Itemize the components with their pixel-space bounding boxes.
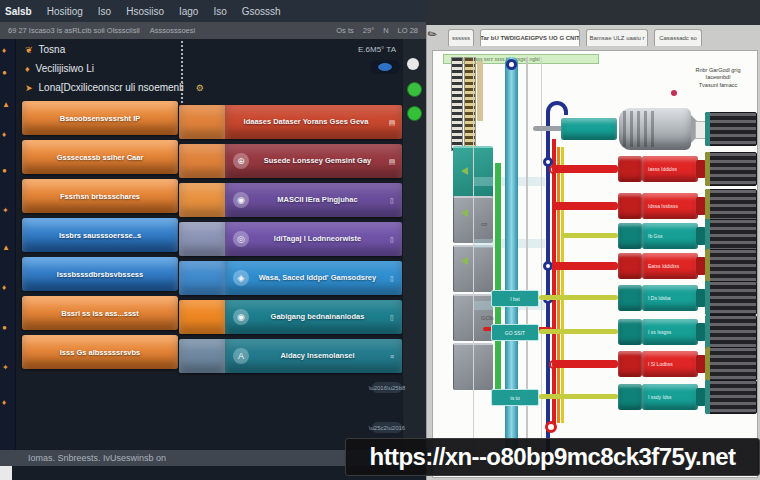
- connector-row-1-relay-block[interactable]: [705, 152, 757, 186]
- marker-arrow: [461, 257, 468, 265]
- connector-row-5-plug[interactable]: I Ds Idsba: [642, 285, 698, 311]
- connector-row-8-plug[interactable]: I ssdy Idss: [642, 384, 698, 410]
- connector-row-5-relay-block[interactable]: [705, 281, 757, 315]
- connector-row-3-wire: [561, 233, 618, 238]
- connector-row-5-tag: I bst: [491, 290, 539, 307]
- menu-item-3[interactable]: Iago: [179, 6, 198, 17]
- list-row-2[interactable]: ◉MASCII IEra Pingjuhac▯: [179, 183, 402, 217]
- menu-item-0[interactable]: Hositiog: [47, 6, 83, 17]
- list-row-6[interactable]: AAidacy Insemolansei≡: [179, 339, 402, 373]
- status-dot-green-1[interactable]: [407, 82, 422, 97]
- cylinder-ridges: [623, 111, 657, 147]
- connector-row-4-coupler[interactable]: [618, 253, 642, 279]
- row-doc-icon[interactable]: ▤: [386, 119, 398, 126]
- connector-row-2-relay-block[interactable]: [705, 189, 757, 223]
- list-row-3[interactable]: ◎IdiTagaj I Lodnneorwiste▯: [179, 222, 402, 256]
- connector-row-3-relay-block[interactable]: [705, 219, 757, 253]
- connector-row-0-relay-block[interactable]: [705, 112, 757, 146]
- row-doc-icon[interactable]: ▯: [386, 236, 398, 243]
- connector-row-3-plug[interactable]: Ib Gss: [642, 223, 698, 249]
- gear-icon[interactable]: ⚙: [196, 83, 204, 93]
- connector-row-7-relay-block[interactable]: [705, 347, 757, 381]
- row-doc-icon[interactable]: ▯: [386, 275, 398, 282]
- connector-row-4-plug[interactable]: Eatss Iddidtss: [642, 253, 698, 279]
- status-dot-white[interactable]: [407, 58, 419, 70]
- connector-row-6-relay-block[interactable]: [705, 315, 757, 349]
- menu-item-4[interactable]: Iso: [213, 6, 226, 17]
- list-row-1[interactable]: ⊕Susede Lonssey Gemsint Gay▤: [179, 144, 402, 178]
- row-icon: A: [233, 348, 249, 364]
- row-doc-icon[interactable]: ▯: [386, 197, 398, 204]
- toolbar-right-item-2: N: [383, 26, 388, 35]
- connector-row-1-coupler[interactable]: [618, 156, 642, 182]
- connector-row-2-coupler[interactable]: [618, 193, 642, 219]
- toolbar-right-item-3: LO 28: [398, 26, 418, 35]
- connector-row-8-relay-block[interactable]: [705, 380, 757, 414]
- guide-line: [541, 57, 542, 467]
- row-icon: ◉: [233, 192, 249, 208]
- header-rows: ❦TosnaE.6M5° TA♦Vecilijisiwo Li➤Lona[Dcx…: [15, 40, 426, 100]
- row-doc-icon[interactable]: ▤: [386, 158, 398, 165]
- row-stub: [179, 300, 225, 334]
- row-doc-icon[interactable]: ▯: [386, 314, 398, 321]
- guide-line: [473, 57, 474, 467]
- header-label: Lona[Dcxiliceonscr uli nsoemenli: [39, 82, 184, 93]
- connector-row-2-plug[interactable]: Idssa Issbsss: [642, 193, 698, 219]
- bus-cap-node: [506, 59, 517, 70]
- header-label: Vecilijisiwo Li: [36, 63, 94, 74]
- connector-row-7-coupler[interactable]: [618, 351, 642, 377]
- left-button-6[interactable]: Isss Gs albsssssrsvbs: [22, 335, 178, 369]
- left-button-3[interactable]: Issbrs sausssoersse..s: [22, 218, 178, 252]
- rail-glyph-9: ✦: [2, 364, 9, 372]
- left-button-1[interactable]: Gsssecassb ssiher Caar: [22, 140, 178, 174]
- left-button-2[interactable]: Fssrhsn brbssschares: [22, 179, 178, 213]
- url-bar[interactable]: https://xn--o80bp9mc8ck3f75y.net: [345, 438, 760, 476]
- connector-row-3-coupler[interactable]: [618, 223, 642, 249]
- pager-button-down[interactable]: \u25c2\u2016: [372, 422, 402, 433]
- row-stub: [179, 222, 225, 256]
- row-label: MASCII IEra Pingjuhac: [256, 196, 379, 204]
- connector-row-5-coupler[interactable]: [618, 285, 642, 311]
- tab-1[interactable]: Tar bU TWDIGAEIGPVS UO G CNIT: [480, 29, 580, 46]
- tab-3[interactable]: Casassadc so: [654, 29, 702, 46]
- row-label: Gabigang bednainanlodas: [256, 313, 379, 321]
- connector-row-8-coupler[interactable]: [618, 384, 642, 410]
- connector-row-4-relay-block[interactable]: [705, 249, 757, 283]
- marker-arrow: [461, 209, 468, 217]
- list-row-4[interactable]: ◈Wasa, Saced Iddpd' Gamsodsrey▯: [179, 261, 402, 295]
- status-dot-green-2[interactable]: [407, 106, 422, 121]
- connector-row-6-coupler[interactable]: [618, 319, 642, 345]
- connector-row-6-plug[interactable]: I ss Issgss: [642, 319, 698, 345]
- pager-button-up[interactable]: \u2016\u25b8: [372, 382, 402, 393]
- row-main: AAidacy Insemolansei≡: [225, 339, 402, 373]
- left-button-5[interactable]: Bssrl ss iss ass...ssst: [22, 296, 178, 330]
- tab-0[interactable]: ssssss: [448, 29, 474, 46]
- eye-pupil: [377, 62, 393, 72]
- list-row-0[interactable]: Idaases Dataser Yorans Gses Geva▤: [179, 105, 402, 139]
- connector-row-6-tag: GO SSIT: [491, 324, 539, 341]
- tab-2[interactable]: Bamsae ULZ uaaiu r: [586, 29, 648, 46]
- menu-item-1[interactable]: Iso: [98, 6, 111, 17]
- connector-row-0-relay-edge: [705, 112, 710, 146]
- rail-glyph-5: ✦: [2, 207, 9, 215]
- left-button-4[interactable]: Isssbsssdbrsbsvbssess: [22, 257, 178, 291]
- toolbar: 69 27 Iscaso3 is asRLcib soil Olsssciisi…: [0, 22, 426, 39]
- header-row-2[interactable]: ➤Lona[Dcxiliceonscr uli nsoemenli⚙: [15, 78, 426, 97]
- list-row-5[interactable]: ◉Gabigang bednainanlodas▯: [179, 300, 402, 334]
- annotation-line: Iacewnbdl: [679, 74, 757, 81]
- header-row-1[interactable]: ♦Vecilijisiwo Li: [15, 59, 426, 78]
- bus-yellow: [561, 147, 564, 423]
- menu-item-5[interactable]: Gsosssh: [242, 6, 281, 17]
- left-button-0[interactable]: Bsaoobsensvssrsht IP: [22, 101, 178, 135]
- connector-row-0-plug[interactable]: [561, 118, 617, 140]
- eye-icon[interactable]: [370, 60, 400, 74]
- header-row-0[interactable]: ❦TosnaE.6M5° TA: [15, 40, 426, 59]
- rail-glyph-2: ▲: [2, 101, 10, 109]
- row-doc-icon[interactable]: ≡: [386, 353, 398, 360]
- connector-row-1-plug[interactable]: Iasss Iddidss: [642, 156, 698, 182]
- actuator-cylinder[interactable]: [619, 108, 691, 150]
- toolbar-center-text: Asssosssoesi: [150, 26, 195, 35]
- connector-row-7-plug[interactable]: I Sl Lodbss: [642, 351, 698, 377]
- rail-glyph-7: ♦: [2, 284, 6, 292]
- menu-item-2[interactable]: Hsosiiso: [126, 6, 164, 17]
